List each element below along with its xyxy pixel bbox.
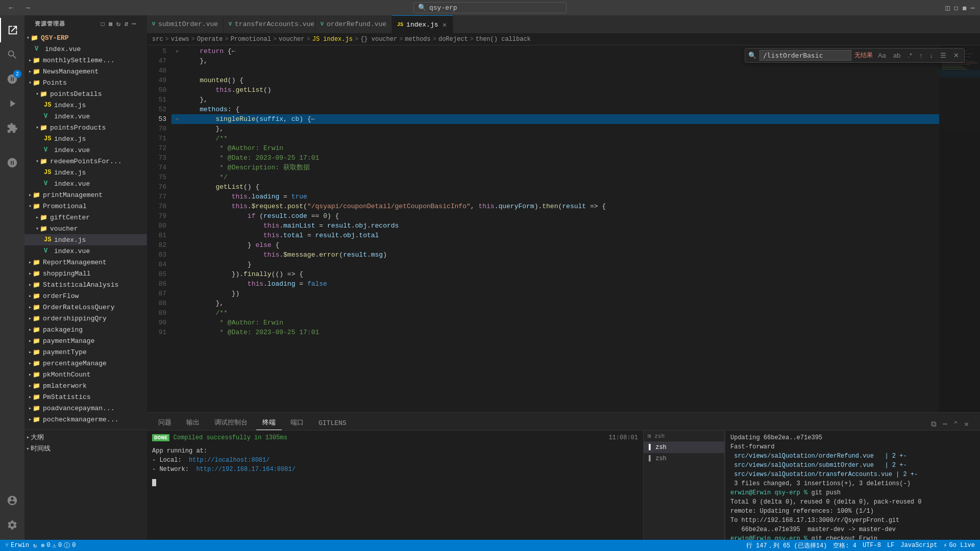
layout-icon[interactable]: ◫ [945,4,949,12]
sidebar-item-pm[interactable]: 📁 paymentManage [24,335,147,346]
status-golive[interactable]: ⚡ Go Live [943,542,975,549]
local-url[interactable]: http://localhost:8081/ [189,457,270,464]
fold-5[interactable]: ▸ [176,46,184,56]
activity-settings[interactable] [0,513,24,537]
tab-transfer-accounts[interactable]: V transferAccounts.vue [224,15,315,33]
tab-index-js[interactable]: JS index.js ✕ [392,15,453,33]
tab-submit-order[interactable]: V submitOrder.vue [147,15,224,33]
more-icon[interactable]: ⋯ [971,4,975,12]
status-sync[interactable]: ↻ [33,542,37,549]
status-line-ending[interactable]: LF [887,542,894,549]
forward-button[interactable]: → [21,3,34,13]
activity-explorer[interactable] [0,18,24,42]
search-input[interactable] [760,50,851,61]
sidebar-item-poadv[interactable]: 📁 poadvancepayman... [24,403,147,414]
sidebar-item-rpf-js[interactable]: JS index.js [24,167,147,178]
panel-maximize-icon[interactable]: ⌃ [951,418,960,430]
status-spaces[interactable]: 空格: 4 [833,541,856,550]
code-content[interactable]: ▸ return {← }, mounted() { [172,45,939,412]
activity-account[interactable] [0,488,24,513]
bc-doreject[interactable]: doReject [438,36,468,43]
sidebar-item-pctm[interactable]: 📁 percentageManage [24,358,147,369]
activity-git[interactable]: 2 [0,67,24,91]
activity-remote[interactable] [0,151,24,175]
tab-order-refund[interactable]: V orderRefund.vue [315,15,392,33]
sidebar-item-points[interactable]: 📁 Points [24,77,147,88]
new-folder-icon[interactable]: ◼ [108,19,113,28]
panel-icon[interactable]: ◼ [962,4,966,12]
sidebar-root[interactable]: 📁 QSY-ERP [24,32,147,43]
bc-methods[interactable]: methods [405,36,430,43]
sw-prev-btn[interactable]: ↑ [917,51,925,60]
sw-close-btn[interactable]: ✕ [951,51,961,60]
sidebar-item-news[interactable]: 📁 NewsManagement [24,66,147,77]
outline-section[interactable]: 大纲 [24,432,147,443]
panel-split-icon[interactable]: ⧉ [929,419,939,430]
panel-more-icon[interactable]: ⋯ [941,418,949,430]
status-position[interactable]: 行 147，列 65 (已选择14) [746,541,827,550]
panel-tab-ports[interactable]: 端口 [284,415,310,430]
sidebar-item-pkg[interactable]: 📁 packageing [24,324,147,335]
bc-src[interactable]: src [152,36,163,43]
collapse-icon[interactable]: ⇵ [124,19,129,28]
sidebar-item-orlq[interactable]: 📁 OrderRateLossQuery [24,302,147,313]
sidebar-item-promotional[interactable]: 📁 Promotional [24,201,147,212]
panel-tab-problems[interactable]: 问题 [152,415,178,430]
status-errors[interactable]: ⊗ 0 ⚠ 0 ⓘ 0 [41,541,76,550]
panel-tab-gitlens[interactable]: GITLENS [312,417,353,430]
sidebar-item-indexvue[interactable]: V index.vue [24,43,147,55]
sidebar-item-shopping[interactable]: 📁 shoppingMall [24,268,147,279]
sidebar-item-monthly[interactable]: 📁 monthlySettleme... [24,55,147,66]
search-widget[interactable]: 🔍 无结果 Aa ab .* ↑ ↓ ☰ ✕ [745,48,965,63]
sidebar-item-pp-js[interactable]: JS index.js [24,133,147,144]
sidebar-item-gift[interactable]: 📁 giftCenter [24,212,147,223]
sidebar-item-voucher-vue[interactable]: V index.vue [24,245,147,257]
activity-extensions[interactable] [0,116,24,140]
panel-tab-debug[interactable]: 调试控制台 [208,415,254,430]
activity-run[interactable] [0,91,24,116]
bc-operate[interactable]: Operate [197,36,223,43]
fold-53[interactable]: ▸ [176,114,184,124]
bc-promotional[interactable]: Promotional [231,36,271,43]
panel-close-icon[interactable]: ✕ [962,418,971,430]
sidebar-item-rpf-vue[interactable]: V index.vue [24,178,147,189]
panel-tab-terminal[interactable]: 终端 [256,415,282,430]
back-button[interactable]: ← [5,3,17,13]
sidebar-item-poch[interactable]: 📁 pocheckmanagerme... [24,414,147,425]
sidebar-item-osq[interactable]: 📁 ordershippingQry [24,313,147,324]
sidebar-more-icon[interactable]: ⋯ [132,19,137,28]
sidebar-item-pd-vue[interactable]: V index.vue [24,111,147,122]
sw-next-btn[interactable]: ↓ [928,51,936,60]
sidebar-item-pkmc[interactable]: 📁 pkMonthCount [24,369,147,380]
sidebar-item-pointsdetails[interactable]: 📁 pointsDetails [24,88,147,99]
sw-aa-btn[interactable]: Aa [876,51,888,60]
sw-regex-btn[interactable]: .* [905,51,914,60]
bc-voucherobj[interactable]: {} voucher [360,36,397,43]
sidebar-icon[interactable]: ◻ [954,4,958,12]
bc-views[interactable]: views [171,36,189,43]
terminal-tab-2[interactable]: ▌ zsh [644,453,724,464]
sidebar-item-report[interactable]: 📁 ReportManagement [24,257,147,268]
terminal-tab-1[interactable]: ▌ zsh [644,442,724,453]
status-branch[interactable]: ⑂ Erwin [5,542,29,549]
sidebar-item-plw[interactable]: 📁 pmlaterwork [24,380,147,391]
sidebar-item-print[interactable]: 📁 printManagement [24,189,147,201]
bc-indexjs[interactable]: JS index.js [312,36,353,43]
sidebar-item-pp-vue[interactable]: V index.vue [24,144,147,156]
tab-close-4[interactable]: ✕ [442,20,448,30]
sidebar-item-voucher[interactable]: 📁 voucher [24,223,147,234]
sidebar-item-pmstats[interactable]: 📁 PmStatistics [24,391,147,403]
sw-ab-btn[interactable]: ab [891,51,902,60]
sidebar-item-pd-js[interactable]: JS index.js [24,99,147,111]
new-file-icon[interactable]: ◻ [101,19,105,28]
titlebar-search[interactable]: 🔍 qsy-erp [413,2,567,13]
terminal-left[interactable]: DONE Compiled successfully in 1305ms 11:… [147,431,643,540]
panel-tab-output[interactable]: 输出 [180,415,206,430]
terminal-right[interactable]: Updating 66be2ea..e71e395 Fast-forward s… [725,431,980,540]
sidebar-item-rpf[interactable]: 📁 redeemPointsFor... [24,156,147,167]
sidebar-item-orderflow[interactable]: 📁 orderFlow [24,290,147,302]
sidebar-item-pp[interactable]: 📁 pointsProducts [24,122,147,133]
status-encoding[interactable]: UTF-8 [863,542,881,549]
sidebar-item-stats[interactable]: 📁 StatisticalAnalysis [24,279,147,290]
sw-list-btn[interactable]: ☰ [938,51,948,60]
